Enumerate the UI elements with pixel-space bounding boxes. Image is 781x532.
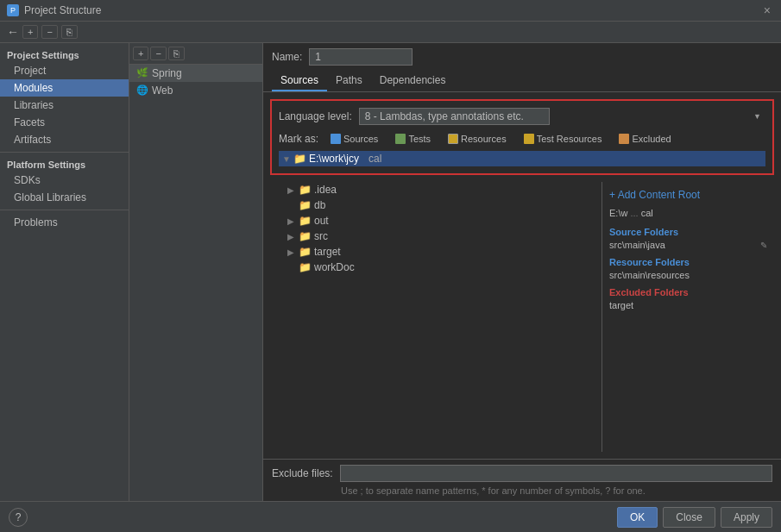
apply-button[interactable]: Apply — [721, 507, 772, 528]
sidebar: Project Settings Project Modules Librari… — [0, 43, 129, 501]
sidebar-item-problems[interactable]: Problems — [0, 214, 129, 231]
mark-resources-btn[interactable]: Resources — [443, 132, 512, 146]
source-folders-edit-icon[interactable]: ✎ — [760, 241, 767, 250]
name-row: Name: — [263, 43, 781, 71]
name-label: Name: — [272, 51, 302, 63]
mark-excluded-btn[interactable]: Excluded — [614, 132, 676, 146]
language-level-row: Language level: 8 - Lambdas, type annota… — [279, 108, 765, 125]
tree-row-db[interactable]: 📁 db — [270, 197, 601, 213]
excluded-folders-path: target — [609, 300, 767, 310]
sidebar-item-sdks[interactable]: SDKs — [0, 172, 129, 189]
module-list: + − ⎘ 🌿 Spring 🌐 Web — [129, 43, 263, 501]
copy-button[interactable]: ⎘ — [61, 25, 78, 39]
excluded-color-dot — [619, 134, 629, 144]
resource-folders-label: Resource Folders — [609, 257, 767, 267]
module-toolbar: + − ⎘ — [129, 43, 262, 65]
mark-sources-btn[interactable]: Sources — [325, 132, 383, 146]
language-select[interactable]: 8 - Lambdas, type annotations etc. 7 - D… — [359, 108, 550, 125]
close-button[interactable]: × — [760, 3, 774, 17]
tree-row-out[interactable]: ▶ 📁 out — [270, 213, 601, 228]
add-button[interactable]: + — [22, 25, 38, 39]
module-item-web[interactable]: 🌐 Web — [129, 82, 262, 99]
root-folder-icon: 📁 — [293, 153, 306, 165]
name-input[interactable] — [309, 48, 413, 66]
tab-paths[interactable]: Paths — [327, 71, 371, 91]
folder-icon-idea: 📁 — [299, 184, 312, 196]
platform-settings-label: Platform Settings — [0, 156, 129, 172]
sidebar-item-global-libraries[interactable]: Global Libraries — [0, 189, 129, 206]
app-icon: P — [7, 4, 19, 16]
resource-folders-path: src\main\resources — [609, 270, 767, 280]
spring-icon: 🌿 — [136, 67, 148, 79]
tree-row-src[interactable]: ▶ 📁 src — [270, 228, 601, 244]
test-resources-color-dot — [524, 134, 534, 144]
sidebar-item-facets[interactable]: Facets — [0, 114, 129, 131]
tab-dependencies[interactable]: Dependencies — [371, 71, 455, 91]
exclude-hint: Use ; to separate name patterns, * for a… — [272, 485, 772, 496]
resources-color-dot — [448, 134, 458, 144]
root-row[interactable]: ▼ 📁 E:\work\jcy cal — [279, 151, 765, 166]
tree-row-target[interactable]: ▶ 📁 target — [270, 244, 601, 260]
exclude-files-input[interactable] — [340, 465, 772, 482]
dialog-title: Project Structure — [24, 4, 101, 16]
add-content-root-btn[interactable]: + Add Content Root — [609, 189, 767, 201]
title-bar: P Project Structure × — [0, 0, 781, 22]
tree-row-idea[interactable]: ▶ 📁 .idea — [270, 182, 601, 197]
ok-button[interactable]: OK — [617, 507, 658, 528]
tabs: Sources Paths Dependencies — [263, 71, 781, 92]
excluded-folders-label: Excluded Folders — [609, 287, 767, 297]
file-tree: ▶ 📁 .idea 📁 db ▶ 📁 out — [270, 182, 601, 452]
dialog-footer: ? OK Close Apply — [0, 501, 781, 532]
help-button[interactable]: ? — [9, 508, 28, 527]
language-level-label: Language level: — [279, 110, 352, 122]
source-folders-path: src\main\java ✎ — [609, 240, 767, 250]
folder-icon-target: 📁 — [299, 246, 312, 258]
mark-as-row: Mark as: Sources Tests Resources — [279, 132, 765, 146]
module-item-spring[interactable]: 🌿 Spring — [129, 65, 262, 82]
path-display: E:\w ... cal — [609, 208, 767, 218]
sources-color-dot — [331, 134, 341, 144]
sidebar-divider-2 — [0, 210, 129, 210]
title-bar-left: P Project Structure — [7, 4, 101, 16]
source-folders-label: Source Folders — [609, 227, 767, 237]
tab-sources[interactable]: Sources — [272, 71, 327, 91]
bottom-area: Exclude files: Use ; to separate name pa… — [263, 459, 781, 501]
module-remove-btn[interactable]: − — [150, 47, 166, 60]
cancel-button[interactable]: Close — [663, 507, 715, 528]
language-section: Language level: 8 - Lambdas, type annota… — [270, 99, 774, 175]
sidebar-item-project[interactable]: Project — [0, 62, 129, 79]
remove-button[interactable]: − — [41, 25, 57, 39]
sidebar-item-libraries[interactable]: Libraries — [0, 97, 129, 114]
language-select-wrapper: 8 - Lambdas, type annotations etc. 7 - D… — [359, 108, 765, 125]
back-button[interactable]: ← — [7, 25, 19, 39]
folder-icon-out: 📁 — [299, 215, 312, 227]
main-content: Project Settings Project Modules Librari… — [0, 43, 781, 501]
exclude-files-row: Exclude files: — [272, 465, 772, 482]
dialog-body: ← + − ⎘ Project Settings Project Modules… — [0, 22, 781, 532]
folder-icon-db: 📁 — [299, 199, 312, 211]
footer-left: ? — [9, 508, 612, 527]
sidebar-item-modules[interactable]: Modules — [0, 79, 129, 97]
project-settings-label: Project Settings — [0, 47, 129, 62]
tests-color-dot — [395, 134, 406, 144]
sidebar-item-artifacts[interactable]: Artifacts — [0, 131, 129, 148]
web-icon: 🌐 — [136, 84, 148, 97]
top-toolbar: ← + − ⎘ — [0, 22, 781, 43]
right-panel: + Add Content Root E:\w ... cal Source F… — [601, 182, 774, 452]
mark-tests-btn[interactable]: Tests — [390, 132, 436, 146]
exclude-files-label: Exclude files: — [272, 467, 333, 479]
sidebar-divider — [0, 152, 129, 153]
sources-panel: Language level: 8 - Lambdas, type annota… — [263, 92, 781, 459]
folder-icon-src: 📁 — [299, 230, 312, 242]
tree-row-workdoc[interactable]: 📁 workDoc — [270, 260, 601, 275]
mark-test-resources-btn[interactable]: Test Resources — [519, 132, 608, 146]
root-toggle: ▼ — [282, 154, 291, 164]
mark-as-label: Mark as: — [279, 133, 318, 145]
content-area: Name: Sources Paths Dependencies Languag… — [263, 43, 781, 501]
file-tree-section: ▶ 📁 .idea 📁 db ▶ 📁 out — [270, 182, 774, 452]
module-add-btn[interactable]: + — [133, 47, 148, 60]
module-copy-btn[interactable]: ⎘ — [168, 47, 185, 60]
folder-icon-workdoc: 📁 — [299, 261, 312, 273]
